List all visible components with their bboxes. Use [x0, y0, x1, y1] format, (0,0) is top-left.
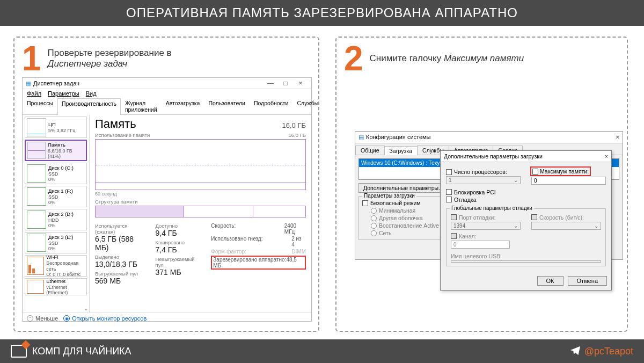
task-manager-window: ▦ Диспетчер задач — □ × Файл Параметры В… [22, 77, 312, 322]
global-debug-title: Глобальные параметры отладки [450, 205, 534, 211]
sidebar-item-disk2[interactable]: Диск 2 (D:)HDD0% [25, 209, 87, 230]
perf-sidebar: ЦП5% 3,82 ГГц Память6,6/16,0 ГБ (41%) Ди… [23, 115, 90, 313]
pcilock-label: Блокировка PCI [454, 189, 496, 195]
slots-value: 2 из 4 [291, 236, 306, 248]
tm-tabs: Процессы Производительность Журнал прило… [23, 98, 311, 115]
brand-text: КОМП ДЛЯ ЧАЙНИКА [32, 346, 131, 357]
resmon-icon: ◉ [63, 315, 70, 322]
altshell-label: Другая оболочка [379, 215, 423, 221]
network-radio[interactable] [371, 230, 377, 236]
sidebar-item-memory[interactable]: Память6,6/16,0 ГБ (41%) [25, 140, 87, 161]
usage-label: Использование памяти [95, 132, 150, 138]
window-title: Диспетчер задач [33, 80, 263, 86]
debugport-select: 1394⌄ [451, 222, 521, 230]
nonpaged-value: 371 МБ [156, 268, 196, 277]
baudrate-select: ⌄ [531, 222, 601, 230]
alloc-value: 13,0/18,3 ГБ [95, 260, 141, 268]
structure-label: Структура памяти [95, 199, 306, 205]
telegram-icon [569, 344, 581, 359]
page-footer: КОМП ДЛЯ ЧАЙНИКА @pcTeapot [0, 339, 644, 363]
menu-bar: Файл Параметры Вид [23, 89, 311, 98]
formfactor-value: DIMM [291, 249, 306, 255]
pcilock-checkbox[interactable] [446, 189, 452, 195]
tab-processes[interactable]: Процессы [23, 98, 57, 114]
chevron-up-icon: ˄ [27, 315, 33, 322]
maxmem-input[interactable]: 0 [531, 177, 606, 185]
tab-startup[interactable]: Автозагрузка [162, 98, 204, 114]
channel-input: 0 [451, 241, 510, 249]
advanced-options-button[interactable]: Дополнительные параметры... [358, 183, 448, 193]
memory-structure-bar [95, 206, 306, 217]
debug-checkbox[interactable] [446, 197, 452, 202]
close-button[interactable]: × [293, 79, 308, 87]
step1-text: Проверьте резервирование в Диспетчере за… [48, 48, 172, 69]
channel-checkbox [451, 233, 457, 239]
sidebar-item-disk0[interactable]: Диск 0 (C:)SSD0% [25, 163, 87, 184]
cpu-thumb-icon [27, 118, 46, 136]
maxmem-label: Максимум памяти: [540, 168, 589, 175]
menu-file[interactable]: Файл [27, 90, 41, 97]
sidebar-item-cpu[interactable]: ЦП5% 3,82 ГГц [25, 117, 87, 138]
tab-details[interactable]: Подробности [250, 98, 293, 114]
boot-options-title: Параметры загрузки [362, 193, 416, 199]
msconfig-icon: ▤ [358, 134, 364, 141]
minimal-radio[interactable] [371, 208, 377, 214]
memory-total: 16,0 ГБ [282, 121, 306, 129]
speed-value: 2400 МГц [284, 223, 306, 235]
menu-view[interactable]: Вид [86, 90, 97, 97]
tab-app-history[interactable]: Журнал приложений [121, 98, 162, 114]
telegram-handle[interactable]: @pcTeapot [584, 346, 633, 357]
debug-label: Отладка [454, 197, 477, 203]
close-button[interactable]: × [605, 153, 608, 159]
sidebar-item-disk1[interactable]: Диск 1 (F:)SSD0% [25, 186, 87, 207]
advanced-boot-options-dialog: Дополнительные параметры загрузки × Числ… [440, 150, 612, 291]
scroll-down-icon[interactable]: ⌄ [84, 306, 88, 311]
speed-label: Скорость: [211, 223, 279, 235]
numproc-checkbox[interactable] [446, 169, 452, 175]
maximize-button[interactable]: □ [278, 79, 293, 87]
msconfig-title: Конфигурация системы [366, 134, 616, 141]
sidebar-item-ethernet[interactable]: EthernetvEthernet (Ethernet) [25, 278, 87, 295]
paged-value: 569 МБ [95, 277, 141, 285]
slots-label: Использовано гнезд: [211, 236, 286, 248]
numproc-label: Число процессоров: [454, 169, 507, 175]
avail-label: Доступно [156, 223, 196, 229]
maxmem-checkbox[interactable] [532, 169, 538, 175]
sidebar-item-disk3[interactable]: Диск 3 (E:)SSD0% [25, 232, 87, 253]
numproc-select[interactable]: 1⌄ [446, 176, 521, 184]
usage-max: 16,0 ГБ [288, 132, 306, 138]
menu-options[interactable]: Параметры [48, 90, 79, 97]
tab-users[interactable]: Пользователи [204, 98, 250, 114]
step1-number: 1 [22, 44, 41, 73]
memory-thumb-icon [27, 142, 46, 159]
minimize-button[interactable]: — [263, 79, 278, 87]
cancel-button[interactable]: Отмена [568, 276, 607, 286]
formfactor-label: Форм-фактор: [211, 249, 286, 255]
tab-services[interactable]: Службы [292, 98, 323, 114]
minimal-label: Минимальная [379, 207, 415, 214]
step1-panel: 1 Проверьте резервирование в Диспетчере … [13, 37, 319, 332]
abo-title: Дополнительные параметры загрузки [444, 153, 605, 159]
ok-button[interactable]: ОК [537, 276, 564, 286]
ad-radio[interactable] [371, 223, 377, 229]
open-resource-monitor-link[interactable]: ◉Открыть монитор ресурсов [63, 315, 147, 322]
hardware-reserved-row: Зарезервировано аппаратно:48,5 МБ [211, 256, 306, 270]
titlebar: ▦ Диспетчер задач — □ × [23, 78, 311, 89]
nonpaged-label: Невыгружаемый пул [156, 256, 196, 268]
step2-number: 2 [344, 44, 363, 73]
disk-thumb-icon [27, 164, 46, 183]
close-button[interactable]: × [616, 134, 619, 141]
tab-general[interactable]: Общие [355, 146, 385, 155]
debugport-checkbox [451, 214, 457, 220]
safe-mode-checkbox[interactable] [362, 200, 368, 206]
chevron-down-icon: ⌄ [514, 223, 518, 229]
ethernet-thumb-icon [27, 280, 44, 294]
brand-icon [11, 345, 27, 358]
tab-performance[interactable]: Производительность [57, 98, 121, 115]
paged-label: Выгружаемый пул [95, 271, 141, 277]
fewer-details-button[interactable]: ˄Меньше [27, 315, 58, 322]
sidebar-item-wifi[interactable]: Wi-FiБеспроводная сетьО: 0 П: 0 кбит/с [25, 255, 87, 277]
tab-boot[interactable]: Загрузка [384, 146, 418, 155]
altshell-radio[interactable] [371, 215, 377, 221]
step2-text: Снимите галочку Максимум памяти [370, 53, 524, 64]
